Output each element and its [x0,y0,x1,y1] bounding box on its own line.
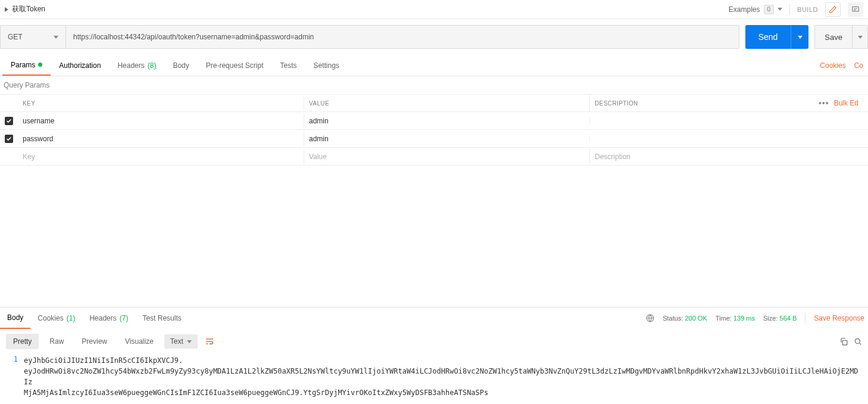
resp-tab-test-results[interactable]: Test Results [135,307,188,329]
preview-button[interactable]: Preview [74,334,114,349]
col-header-desc: Description [595,100,638,107]
visualize-button[interactable]: Visualize [118,334,161,349]
build-link[interactable]: BUILD [797,6,818,13]
chevron-down-icon [54,36,58,39]
status-meta: Status: 200 OK [663,315,707,322]
tab-prerequest-label: Pre-request Script [206,61,264,70]
save-button[interactable]: Save [815,26,852,48]
param-desc[interactable] [589,117,868,125]
save-dropdown[interactable] [852,26,867,48]
dot-indicator [38,63,42,67]
bulk-edit-link[interactable]: Bulk Ed [834,99,858,107]
size-meta: Size: 564 B [763,315,797,322]
edit-button[interactable] [825,2,841,17]
headers-count: (8) [148,61,157,70]
param-value-placeholder[interactable]: Value [304,149,589,164]
param-desc[interactable] [589,135,868,142]
svg-rect-2 [842,340,847,345]
send-dropdown[interactable] [791,25,808,49]
tab-prerequest[interactable]: Pre-request Script [198,55,272,76]
resp-headers-count: (7) [120,314,129,322]
param-value[interactable]: admin [304,131,589,147]
chevron-down-icon [778,8,782,11]
pretty-button[interactable]: Pretty [6,334,39,349]
http-method-select[interactable]: GET [1,26,66,48]
resp-tab-cookies[interactable]: Cookies (1) [30,307,82,329]
save-response-link[interactable]: Save Response [814,314,864,322]
resp-tab-cookies-label: Cookies [38,314,63,322]
row-checkbox[interactable] [5,117,13,125]
param-key[interactable]: password [18,131,304,147]
resp-tab-body-label: Body [7,313,23,322]
tab-settings-label: Settings [314,61,339,70]
chevron-down-icon [187,340,192,343]
format-value: Text [170,337,183,346]
param-key[interactable]: username [18,113,304,129]
chevron-down-icon [798,36,803,39]
divider [789,4,790,15]
comment-button[interactable] [848,2,863,17]
tab-tests[interactable]: Tests [271,55,305,76]
tab-authorization[interactable]: Authorization [51,55,109,76]
code-link[interactable]: Co [854,61,863,70]
raw-button[interactable]: Raw [42,334,71,349]
svg-point-3 [855,338,860,343]
tab-body-label: Body [173,61,189,70]
comment-icon [851,5,860,14]
resp-tab-body[interactable]: Body [0,307,30,329]
examples-count-badge: 0 [764,5,775,14]
param-key-placeholder[interactable]: Key [18,149,304,164]
resp-tab-test-results-label: Test Results [142,314,181,322]
examples-label: Examples [729,5,760,14]
resp-tab-headers-label: Headers [89,314,116,322]
table-row-new[interactable]: Key Value Description [0,148,868,166]
url-input[interactable] [66,26,739,48]
cookies-link[interactable]: Cookies [820,61,845,70]
time-meta: Time: 139 ms [716,315,755,322]
col-header-key: Key [18,97,304,110]
line-number: 1 [0,355,24,398]
examples-dropdown[interactable]: Examples 0 [729,5,782,14]
request-title: 获取Token [12,4,45,14]
param-value[interactable]: admin [304,113,589,129]
columns-menu[interactable]: ••• [819,98,829,108]
tab-tests-label: Tests [280,61,296,70]
tab-params[interactable]: Params [2,55,51,76]
tab-params-label: Params [11,61,35,69]
table-row[interactable]: username admin [0,112,868,130]
param-desc-placeholder[interactable]: Description [589,149,868,164]
chevron-down-icon [858,36,863,39]
http-method-value: GET [8,33,23,41]
wrap-lines-button[interactable] [201,334,218,349]
svg-rect-0 [853,7,859,11]
resp-tab-headers[interactable]: Headers (7) [82,307,135,329]
pencil-icon [829,5,837,14]
tab-body[interactable]: Body [164,55,197,76]
resp-cookies-count: (1) [67,314,76,322]
send-button[interactable]: Send [745,25,791,49]
query-params-label: Query Params [0,76,868,94]
tab-headers-label: Headers [117,61,144,70]
wrap-icon [204,337,215,346]
row-checkbox[interactable] [5,135,13,143]
globe-icon[interactable] [646,314,654,322]
divider [805,313,805,324]
response-body[interactable]: eyJhbGciOiJIUzI1NiIsInR5cCI6IkpXVCJ9. ey… [24,355,868,398]
tab-headers[interactable]: Headers (8) [109,55,164,76]
col-header-value: Value [304,97,589,110]
tab-authorization-label: Authorization [59,61,101,70]
tab-settings[interactable]: Settings [305,55,348,76]
format-select[interactable]: Text [164,334,198,349]
expand-icon[interactable] [5,7,8,12]
copy-icon[interactable] [839,337,848,346]
table-row[interactable]: password admin [0,130,868,148]
search-icon[interactable] [854,337,862,346]
